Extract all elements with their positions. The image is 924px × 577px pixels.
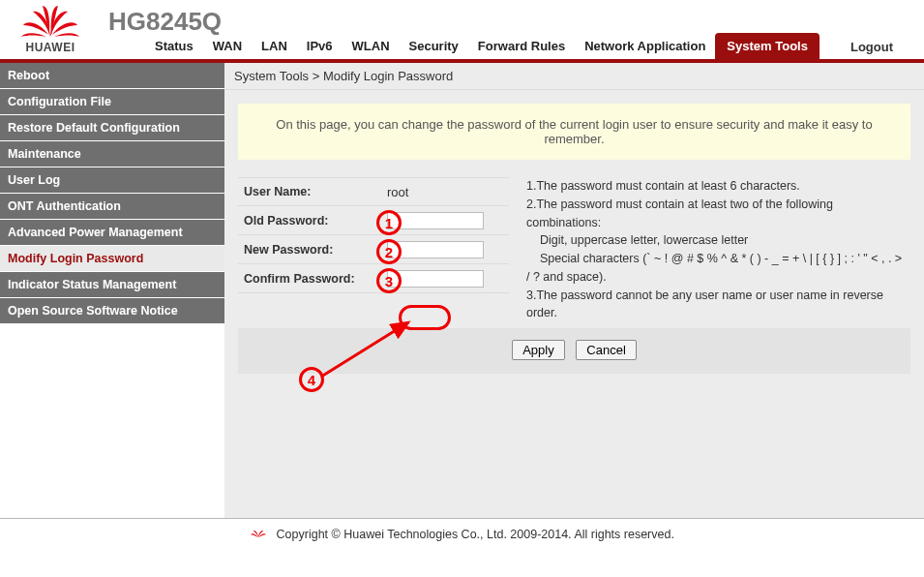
- info-banner: On this page, you can change the passwor…: [238, 104, 910, 160]
- apply-button[interactable]: Apply: [512, 340, 565, 360]
- old-password-input[interactable]: [387, 212, 484, 229]
- tab-lan[interactable]: LAN: [252, 33, 297, 59]
- tab-status[interactable]: Status: [145, 33, 203, 59]
- sidebar-item-maintenance[interactable]: Maintenance: [0, 141, 224, 167]
- sidebar-item-reboot[interactable]: Reboot: [0, 63, 224, 89]
- password-form: User Name: root Old Password: New Passwo…: [238, 177, 910, 322]
- huawei-logo-icon: [19, 4, 81, 39]
- footer: Copyright © Huawei Technologies Co., Ltd…: [0, 518, 924, 551]
- brand-name: HUAWEI: [19, 41, 81, 54]
- password-rules: 1.The password must contain at least 6 c…: [509, 177, 910, 322]
- sidebar-item-configuration-file[interactable]: Configuration File: [0, 89, 224, 115]
- username-label: User Name:: [238, 185, 387, 198]
- cancel-button[interactable]: Cancel: [576, 340, 636, 360]
- tab-security[interactable]: Security: [400, 33, 468, 59]
- button-row: Apply Cancel: [238, 328, 910, 374]
- new-password-input[interactable]: [387, 241, 484, 258]
- content-panel: System Tools > Modify Login Password On …: [224, 63, 924, 518]
- logout-link[interactable]: Logout: [850, 32, 905, 54]
- tab-system-tools[interactable]: System Tools: [715, 33, 820, 59]
- tab-wan[interactable]: WAN: [203, 33, 252, 59]
- new-password-label: New Password:: [238, 243, 387, 257]
- tab-wlan[interactable]: WLAN: [343, 33, 400, 59]
- brand-logo: HUAWEI: [19, 4, 81, 54]
- username-value: root: [387, 185, 509, 199]
- sidebar-item-restore-default[interactable]: Restore Default Configuration: [0, 115, 224, 141]
- sidebar-item-ont-authentication[interactable]: ONT Authentication: [0, 194, 224, 220]
- sidebar-item-advanced-power[interactable]: Advanced Power Management: [0, 220, 224, 246]
- tab-network-application[interactable]: Network Application: [575, 33, 715, 59]
- main-area: Reboot Configuration File Restore Defaul…: [0, 63, 924, 518]
- sidebar-item-open-source-notice[interactable]: Open Source Software Notice: [0, 298, 224, 324]
- breadcrumb: System Tools > Modify Login Password: [224, 63, 924, 90]
- footer-text: Copyright © Huawei Technologies Co., Ltd…: [277, 528, 674, 541]
- sidebar-item-user-log[interactable]: User Log: [0, 167, 224, 194]
- tab-forward-rules[interactable]: Forward Rules: [468, 33, 575, 59]
- sidebar-item-modify-login-password[interactable]: Modify Login Password: [0, 246, 224, 272]
- sidebar: Reboot Configuration File Restore Defaul…: [0, 63, 224, 518]
- confirm-password-input[interactable]: [387, 270, 484, 288]
- sidebar-item-indicator-status[interactable]: Indicator Status Management: [0, 272, 224, 298]
- tab-ipv6[interactable]: IPv6: [297, 33, 343, 59]
- main-tabs: Status WAN LAN IPv6 WLAN Security Forwar…: [145, 33, 924, 59]
- old-password-label: Old Password:: [238, 214, 387, 228]
- huawei-logo-small-icon: [250, 527, 267, 543]
- confirm-password-label: Confirm Password:: [238, 272, 387, 286]
